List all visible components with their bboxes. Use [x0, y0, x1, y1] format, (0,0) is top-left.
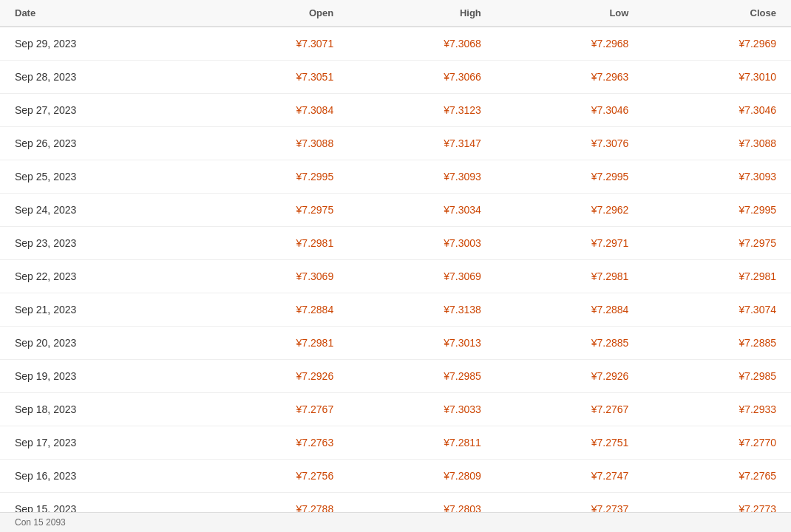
cell-date: Sep 21, 2023	[0, 293, 201, 327]
cell-close: ¥7.2885	[643, 327, 791, 360]
table-row: Sep 26, 2023¥7.3088¥7.3147¥7.3076¥7.3088	[0, 127, 791, 160]
cell-low: ¥7.3046	[496, 94, 644, 127]
cell-high: ¥7.2809	[348, 460, 496, 493]
cell-high: ¥7.2811	[348, 426, 496, 460]
cell-date: Sep 25, 2023	[0, 160, 201, 194]
table-row: Sep 16, 2023¥7.2756¥7.2809¥7.2747¥7.2765	[0, 460, 791, 493]
cell-high: ¥7.3138	[348, 293, 496, 327]
cell-close: ¥7.3046	[643, 94, 791, 127]
cell-date: Sep 26, 2023	[0, 127, 201, 160]
cell-high: ¥7.3068	[348, 27, 496, 61]
column-header-high: High	[348, 0, 496, 27]
cell-high: ¥7.3066	[348, 61, 496, 94]
cell-high: ¥7.3013	[348, 327, 496, 360]
cell-close: ¥7.2770	[643, 426, 791, 460]
cell-date: Sep 23, 2023	[0, 227, 201, 260]
cell-low: ¥7.2751	[496, 426, 644, 460]
column-header-low: Low	[496, 0, 644, 27]
cell-open: ¥7.2995	[201, 160, 349, 194]
cell-open: ¥7.3088	[201, 127, 349, 160]
table-row: Sep 28, 2023¥7.3051¥7.3066¥7.2963¥7.3010	[0, 61, 791, 94]
cell-low: ¥7.2962	[496, 194, 644, 227]
cell-high: ¥7.3123	[348, 94, 496, 127]
cell-high: ¥7.3069	[348, 260, 496, 293]
cell-close: ¥7.3093	[643, 160, 791, 194]
cell-open: ¥7.2756	[201, 460, 349, 493]
table-row: Sep 23, 2023¥7.2981¥7.3003¥7.2971¥7.2975	[0, 227, 791, 260]
cell-low: ¥7.2747	[496, 460, 644, 493]
cell-open: ¥7.3069	[201, 260, 349, 293]
cell-open: ¥7.3051	[201, 61, 349, 94]
cell-close: ¥7.2985	[643, 360, 791, 393]
cell-open: ¥7.2884	[201, 293, 349, 327]
cell-open: ¥7.3071	[201, 27, 349, 61]
table-row: Sep 20, 2023¥7.2981¥7.3013¥7.2885¥7.2885	[0, 327, 791, 360]
cell-low: ¥7.2995	[496, 160, 644, 194]
cell-open: ¥7.2981	[201, 327, 349, 360]
cell-date: Sep 28, 2023	[0, 61, 201, 94]
cell-high: ¥7.2985	[348, 360, 496, 393]
table-row: Sep 27, 2023¥7.3084¥7.3123¥7.3046¥7.3046	[0, 94, 791, 127]
price-table-container: Date Open High Low Close Sep 29, 2023¥7.…	[0, 0, 791, 526]
cell-close: ¥7.2969	[643, 27, 791, 61]
cell-close: ¥7.2975	[643, 227, 791, 260]
cell-date: Sep 29, 2023	[0, 27, 201, 61]
table-row: Sep 24, 2023¥7.2975¥7.3034¥7.2962¥7.2995	[0, 194, 791, 227]
table-header-row: Date Open High Low Close	[0, 0, 791, 27]
cell-close: ¥7.3074	[643, 293, 791, 327]
cell-date: Sep 20, 2023	[0, 327, 201, 360]
footer-text: Con 15 2093	[15, 517, 66, 526]
cell-date: Sep 19, 2023	[0, 360, 201, 393]
cell-high: ¥7.3034	[348, 194, 496, 227]
cell-open: ¥7.2767	[201, 393, 349, 426]
cell-low: ¥7.2968	[496, 27, 644, 61]
cell-close: ¥7.3010	[643, 61, 791, 94]
cell-date: Sep 18, 2023	[0, 393, 201, 426]
table-body: Sep 29, 2023¥7.3071¥7.3068¥7.2968¥7.2969…	[0, 27, 791, 526]
table-row: Sep 22, 2023¥7.3069¥7.3069¥7.2981¥7.2981	[0, 260, 791, 293]
cell-close: ¥7.2765	[643, 460, 791, 493]
table-row: Sep 25, 2023¥7.2995¥7.3093¥7.2995¥7.3093	[0, 160, 791, 194]
cell-low: ¥7.2981	[496, 260, 644, 293]
table-row: Sep 21, 2023¥7.2884¥7.3138¥7.2884¥7.3074	[0, 293, 791, 327]
cell-open: ¥7.2763	[201, 426, 349, 460]
cell-date: Sep 22, 2023	[0, 260, 201, 293]
cell-date: Sep 16, 2023	[0, 460, 201, 493]
footer-bar: Con 15 2093	[0, 512, 791, 526]
cell-close: ¥7.2981	[643, 260, 791, 293]
cell-low: ¥7.2767	[496, 393, 644, 426]
cell-low: ¥7.2885	[496, 327, 644, 360]
cell-high: ¥7.3093	[348, 160, 496, 194]
cell-high: ¥7.3003	[348, 227, 496, 260]
cell-close: ¥7.3088	[643, 127, 791, 160]
table-row: Sep 29, 2023¥7.3071¥7.3068¥7.2968¥7.2969	[0, 27, 791, 61]
table-row: Sep 18, 2023¥7.2767¥7.3033¥7.2767¥7.2933	[0, 393, 791, 426]
column-header-close: Close	[643, 0, 791, 27]
cell-date: Sep 24, 2023	[0, 194, 201, 227]
cell-high: ¥7.3033	[348, 393, 496, 426]
column-header-open: Open	[201, 0, 349, 27]
cell-date: Sep 17, 2023	[0, 426, 201, 460]
cell-low: ¥7.2971	[496, 227, 644, 260]
column-header-date: Date	[0, 0, 201, 27]
cell-open: ¥7.3084	[201, 94, 349, 127]
cell-low: ¥7.2884	[496, 293, 644, 327]
cell-high: ¥7.3147	[348, 127, 496, 160]
table-row: Sep 19, 2023¥7.2926¥7.2985¥7.2926¥7.2985	[0, 360, 791, 393]
table-row: Sep 17, 2023¥7.2763¥7.2811¥7.2751¥7.2770	[0, 426, 791, 460]
cell-open: ¥7.2975	[201, 194, 349, 227]
cell-open: ¥7.2926	[201, 360, 349, 393]
cell-close: ¥7.2933	[643, 393, 791, 426]
cell-open: ¥7.2981	[201, 227, 349, 260]
cell-low: ¥7.3076	[496, 127, 644, 160]
cell-low: ¥7.2963	[496, 61, 644, 94]
cell-close: ¥7.2995	[643, 194, 791, 227]
price-table: Date Open High Low Close Sep 29, 2023¥7.…	[0, 0, 791, 526]
cell-low: ¥7.2926	[496, 360, 644, 393]
cell-date: Sep 27, 2023	[0, 94, 201, 127]
